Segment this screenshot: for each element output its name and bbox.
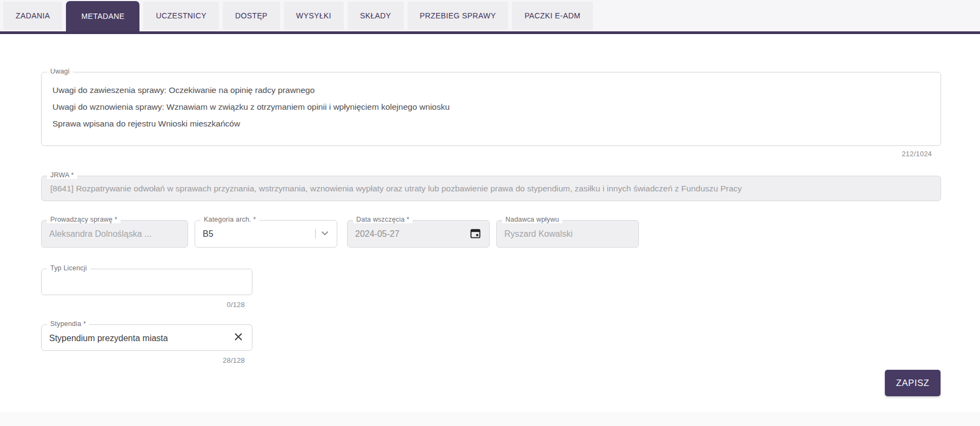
data-wszczecia-datepicker-button[interactable]	[469, 227, 482, 241]
tab-wysylki[interactable]: WYSYŁKI	[284, 2, 344, 30]
prowadzacy-sprawe-field: Prowadzący sprawę * Aleksandra Dolnośląs…	[41, 220, 188, 248]
clear-icon	[234, 332, 243, 343]
tab-paczki-e-adm[interactable]: PACZKI E-ADM	[512, 2, 592, 30]
tab-underline	[0, 31, 980, 34]
kategoria-arch-field[interactable]: Kategoria arch. * B5	[195, 220, 337, 248]
tab-uczestnicy[interactable]: UCZESTNICY	[143, 2, 218, 30]
typ-licencji-label: Typ Licencji	[47, 264, 90, 272]
stypendia-label: Stypendia *	[47, 320, 89, 328]
jrwa-label: JRWA *	[47, 171, 77, 179]
typ-licencji-char-counter: 0/128	[41, 301, 245, 309]
dropdown-divider	[315, 229, 316, 238]
typ-licencji-field[interactable]: Typ Licencji	[41, 269, 252, 295]
uwagi-line: Uwagi do zawieszenia sprawy: Oczekiwanie…	[52, 82, 930, 98]
tab-dostep[interactable]: DOSTĘP	[223, 2, 280, 30]
stypendia-char-counter: 28/128	[41, 356, 245, 364]
uwagi-label: Uwagi	[47, 68, 73, 75]
nadawca-wplywu-value: Ryszard Kowalski	[497, 221, 638, 247]
jrwa-value: [8641] Rozpatrywanie odwołań w sprawach …	[42, 176, 941, 201]
calendar-icon	[469, 227, 482, 241]
kategoria-arch-label: Kategoria arch. *	[201, 216, 259, 223]
prowadzacy-sprawe-value: Aleksandra Dolnośląska ...	[42, 221, 188, 247]
tab-przebieg-sprawy[interactable]: PRZEBIEG SPRAWY	[408, 2, 509, 30]
data-wszczecia-field[interactable]: Data wszczęcia * 2024-05-27	[347, 220, 490, 248]
stypendia-input[interactable]: Stypendium prezydenta miasta	[42, 325, 252, 351]
data-wszczecia-value: 2024-05-27	[348, 221, 489, 247]
case-tab-bar: ZADANIA METADANE UCZESTNICY DOSTĘP WYSYŁ…	[0, 0, 980, 31]
uwagi-textarea[interactable]: Uwagi Uwagi do zawieszenia sprawy: Oczek…	[41, 72, 941, 146]
stypendia-clear-button[interactable]	[234, 332, 243, 343]
uwagi-line: Uwagi do wznowienia sprawy: Wznawiam w z…	[52, 98, 930, 115]
kategoria-arch-dropdown-button[interactable]	[319, 228, 330, 240]
page-bottom-strip	[0, 412, 980, 426]
chevron-down-icon	[319, 228, 330, 240]
save-button[interactable]: ZAPISZ	[885, 370, 941, 396]
uwagi-line: Sprawa wpisana do rejestru Wnioski miesz…	[52, 115, 930, 132]
tab-metadane[interactable]: METADANE	[66, 1, 139, 31]
uwagi-content: Uwagi do zawieszenia sprawy: Oczekiwanie…	[42, 72, 941, 132]
data-wszczecia-label: Data wszczęcia *	[353, 216, 412, 223]
tab-sklady[interactable]: SKŁADY	[348, 2, 404, 30]
tab-zadania[interactable]: ZADANIA	[3, 2, 62, 30]
nadawca-wplywu-field: Nadawca wpływu Ryszard Kowalski	[496, 220, 639, 248]
uwagi-char-counter: 212/1024	[41, 150, 932, 158]
prowadzacy-sprawe-label: Prowadzący sprawę *	[47, 216, 121, 223]
stypendia-field[interactable]: Stypendia * Stypendium prezydenta miasta	[41, 324, 252, 351]
jrwa-field: JRWA * [8641] Rozpatrywanie odwołań w sp…	[41, 176, 941, 201]
nadawca-wplywu-label: Nadawca wpływu	[502, 216, 562, 223]
